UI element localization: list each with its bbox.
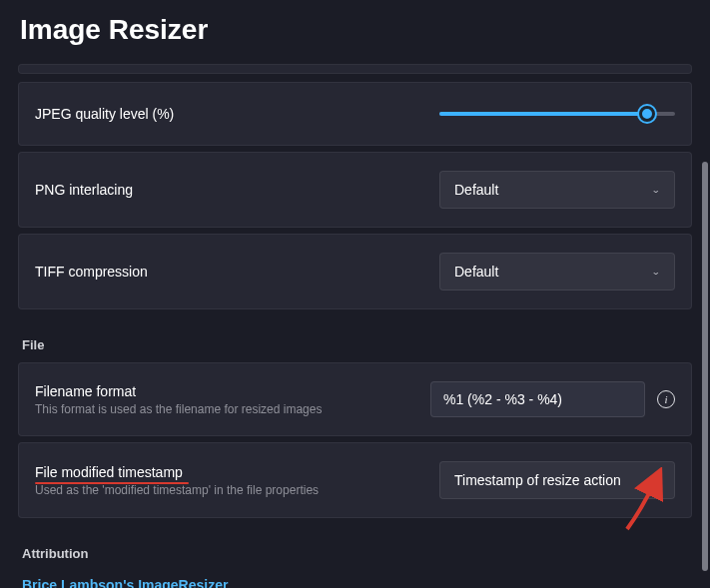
chevron-down-icon: ⌄	[651, 267, 660, 276]
info-icon[interactable]: i	[657, 390, 675, 408]
dropdown-value: Default	[454, 182, 498, 198]
modified-timestamp-dropdown[interactable]: Timestamp of resize action ⌄	[439, 461, 675, 499]
vertical-scrollbar[interactable]	[702, 70, 708, 574]
png-interlacing-row: PNG interlacing Default ⌄	[18, 152, 692, 228]
page-title: Image Resizer	[0, 0, 710, 64]
annotation-underline: File modified timestamp	[35, 464, 183, 480]
jpeg-quality-label: JPEG quality level (%)	[35, 106, 174, 122]
slider-fill	[439, 112, 647, 116]
tiff-compression-label: TIFF compression	[35, 264, 148, 280]
slider-track	[439, 112, 675, 116]
modified-timestamp-label: File modified timestamp	[35, 464, 319, 480]
tiff-compression-row: TIFF compression Default ⌄	[18, 234, 692, 309]
attribution-link[interactable]: Brice Lambson's ImageResizer	[22, 577, 228, 588]
chevron-down-icon: ⌄	[651, 475, 660, 484]
filename-format-row: Filename format This format is used as t…	[18, 362, 692, 436]
filename-format-input[interactable]	[430, 381, 645, 417]
filename-format-label: Filename format	[35, 383, 322, 399]
png-interlacing-dropdown[interactable]: Default ⌄	[439, 171, 675, 209]
dropdown-value: Timestamp of resize action	[454, 472, 621, 488]
png-interlacing-label: PNG interlacing	[35, 182, 133, 198]
tiff-compression-dropdown[interactable]: Default ⌄	[439, 253, 675, 291]
slider-thumb[interactable]	[639, 106, 655, 122]
jpeg-quality-slider[interactable]	[439, 112, 675, 116]
scrollbar-thumb[interactable]	[702, 162, 708, 571]
filename-format-helper: This format is used as the filename for …	[35, 402, 322, 416]
collapsed-card-placeholder	[18, 64, 692, 74]
modified-timestamp-helper: Used as the 'modified timestamp' in the …	[35, 483, 319, 497]
modified-timestamp-row: File modified timestamp Used as the 'mod…	[18, 442, 692, 518]
section-header-file: File	[22, 337, 688, 352]
dropdown-value: Default	[454, 264, 498, 280]
chevron-down-icon: ⌄	[651, 185, 660, 194]
settings-content: JPEG quality level (%) PNG interlacing D…	[0, 64, 710, 588]
section-header-attribution: Attribution	[22, 546, 688, 561]
jpeg-quality-row: JPEG quality level (%)	[18, 82, 692, 146]
